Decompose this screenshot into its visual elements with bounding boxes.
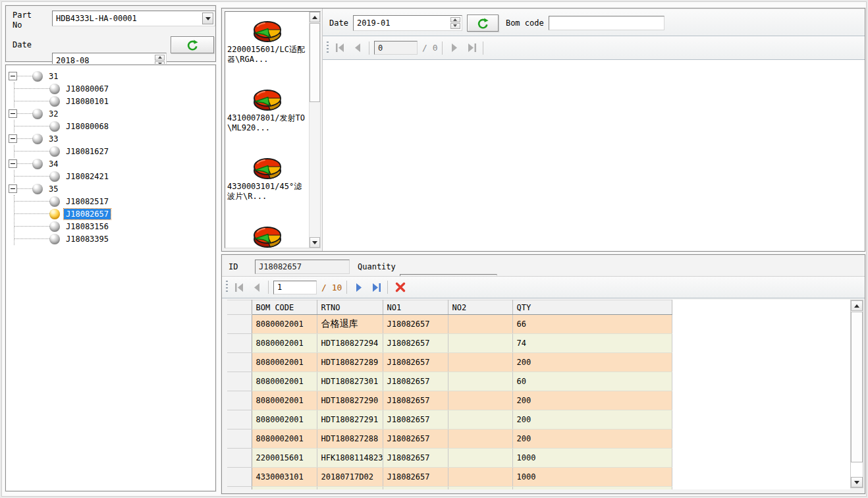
cell-rtno[interactable]: HDT180827301	[317, 372, 383, 391]
tree-leaf-row[interactable]: J18083156	[14, 220, 214, 233]
cell-qty[interactable]: 60	[512, 372, 672, 391]
next-record-button[interactable]	[447, 42, 460, 54]
tree-leaf-row[interactable]: J18080067	[14, 82, 214, 95]
scroll-up-button[interactable]	[310, 12, 320, 22]
row-selector-cell[interactable]	[227, 372, 252, 391]
table-row[interactable]: 8080002001 HDT180827290 J18082657 200	[227, 391, 672, 410]
column-header[interactable]: NO1	[383, 300, 448, 315]
cell-bom-code[interactable]: 8080002001	[252, 372, 317, 391]
tree-node-label[interactable]: 32	[47, 109, 60, 119]
cell-no1[interactable]: J18082657	[383, 410, 448, 429]
tree-node-label[interactable]: 35	[47, 184, 60, 194]
tree-collapse-toggle[interactable]	[9, 184, 17, 193]
table-row[interactable]: 8080002001 HDT180827289 J18082657 200	[227, 353, 672, 372]
bom-list-item[interactable]	[225, 217, 309, 248]
cell-rtno[interactable]: 20180717D02	[317, 468, 383, 487]
cell-rtno[interactable]: HDT180827290	[317, 391, 383, 410]
cell-bom-code[interactable]: 8080002001	[252, 410, 317, 429]
column-header[interactable]: NO2	[448, 300, 512, 315]
column-header[interactable]: RTNO	[317, 300, 383, 315]
cell-no2[interactable]	[448, 449, 512, 468]
table-row[interactable]: 8080002001 合格退库 J18082657 66	[227, 315, 672, 334]
cell-qty[interactable]: 200	[512, 429, 672, 449]
table-row[interactable]: 4330003101 20180717D02 J18082657 1000	[227, 468, 672, 487]
tree-leaf-row[interactable]: J18080101	[14, 95, 214, 107]
table-row[interactable]: 8080002001 HDT180827288 J18082657 200	[227, 429, 672, 449]
bom-list-item[interactable]: 4310007801/发射TO\ML920...	[225, 80, 309, 149]
row-selector-cell[interactable]	[227, 391, 252, 410]
cell-rtno[interactable]: HDT180827289	[317, 353, 383, 372]
tree-leaf-row[interactable]: J18082421	[14, 170, 214, 182]
cell-no2[interactable]	[448, 429, 512, 449]
toolbar-grip[interactable]	[327, 42, 329, 55]
last-record-button[interactable]	[369, 281, 383, 293]
row-selector-cell[interactable]	[227, 334, 252, 353]
cell-bom-code[interactable]: 8080002001	[252, 334, 317, 353]
tree-leaf-row-selected[interactable]: J18082657	[14, 208, 214, 220]
cell-no2[interactable]	[448, 315, 512, 334]
row-selector-cell[interactable]	[227, 449, 252, 468]
cell-no1[interactable]: J18082657	[383, 315, 448, 334]
row-selector-cell[interactable]	[227, 315, 252, 334]
cell-qty[interactable]: 66	[512, 315, 672, 334]
tree-leaf-row[interactable]: J18080068	[14, 120, 214, 132]
row-selector-cell[interactable]	[227, 429, 252, 449]
last-record-button[interactable]	[465, 42, 478, 54]
refresh-button-top[interactable]	[467, 14, 499, 32]
table-row[interactable]: 2200015601 HFK1808114823 J18082657 1000	[227, 449, 672, 468]
cell-no2[interactable]	[448, 372, 512, 391]
cell-rtno[interactable]: 合格退库	[317, 315, 383, 334]
cell-bom-code[interactable]: 8080002001	[252, 353, 317, 372]
tree-leaf-label[interactable]: J18080067	[64, 84, 111, 94]
scroll-up-button[interactable]	[851, 300, 863, 311]
cell-rtno[interactable]: HDT180827291	[317, 410, 383, 429]
cell-rtno[interactable]: HDT180827288	[317, 429, 383, 449]
first-record-button[interactable]	[232, 281, 246, 293]
previous-record-button[interactable]	[351, 42, 364, 54]
spin-up-button[interactable]	[155, 55, 165, 61]
tree-leaf-row[interactable]: J18081627	[14, 145, 214, 157]
column-header[interactable]: QTY	[512, 300, 672, 315]
cell-no2[interactable]	[448, 334, 512, 353]
tree-node-label[interactable]: 33	[47, 134, 60, 144]
table-row[interactable]: 8080002001 HDT180827294 J18082657 74	[227, 334, 672, 353]
bom-list-item[interactable]: 2200015601/LC适配器\RGA...	[225, 12, 309, 80]
cell-no2[interactable]	[448, 410, 512, 429]
icon-list-scrollbar[interactable]	[309, 12, 320, 248]
cell-bom-code[interactable]: 4330003101	[252, 468, 317, 487]
cell-rtno[interactable]: HFK1808114823	[317, 449, 383, 468]
tree-collapse-toggle[interactable]	[9, 72, 17, 80]
cell-no1[interactable]: J18082657	[383, 353, 448, 372]
row-selector-cell[interactable]	[227, 468, 252, 487]
cell-no1[interactable]: J18082657	[383, 468, 448, 487]
cell-no2[interactable]	[448, 391, 512, 410]
bom-item-label[interactable]: 4330003101/45°滤波片\R...	[225, 180, 309, 202]
scroll-down-button[interactable]	[310, 237, 320, 248]
row-selector-cell[interactable]	[227, 410, 252, 429]
table-row[interactable]: 8080002001 HDT180827301 J18082657 60	[227, 372, 672, 391]
cell-rtno[interactable]: HDT180827294	[317, 334, 383, 353]
part-no-dropdown-button[interactable]	[202, 13, 213, 24]
tree-root-row[interactable]: 34	[9, 157, 214, 170]
scrollbar-thumb[interactable]	[851, 312, 863, 462]
cell-no1[interactable]: J18082657	[383, 372, 448, 391]
tree-leaf-label[interactable]: J18081627	[64, 146, 111, 157]
tree-leaf-row[interactable]: J18082517	[14, 195, 214, 208]
part-no-input[interactable]	[53, 12, 214, 25]
bom-item-label[interactable]: 4310007801/发射TO\ML920...	[225, 112, 309, 133]
record-number-input[interactable]	[275, 282, 315, 293]
table-row[interactable]: 8080002001 HDT180827291 J18082657 200	[227, 410, 672, 429]
cell-no1[interactable]: J18082657	[383, 429, 448, 449]
date-input-top[interactable]	[354, 16, 461, 30]
row-selector-cell[interactable]	[227, 353, 252, 372]
cell-no1[interactable]: J18082657	[383, 334, 448, 353]
next-record-button[interactable]	[352, 281, 365, 293]
tree-leaf-label[interactable]: J18080101	[64, 96, 111, 107]
tree-root-row[interactable]: 35	[9, 182, 214, 195]
previous-record-button[interactable]	[250, 281, 263, 293]
tree-leaf-label[interactable]: J18083156	[64, 221, 111, 232]
cell-bom-code[interactable]: 8080002001	[252, 315, 317, 334]
cell-qty[interactable]: 1000	[512, 449, 672, 468]
refresh-button-left[interactable]	[171, 36, 214, 53]
tree-leaf-label[interactable]: J18082421	[64, 171, 111, 182]
